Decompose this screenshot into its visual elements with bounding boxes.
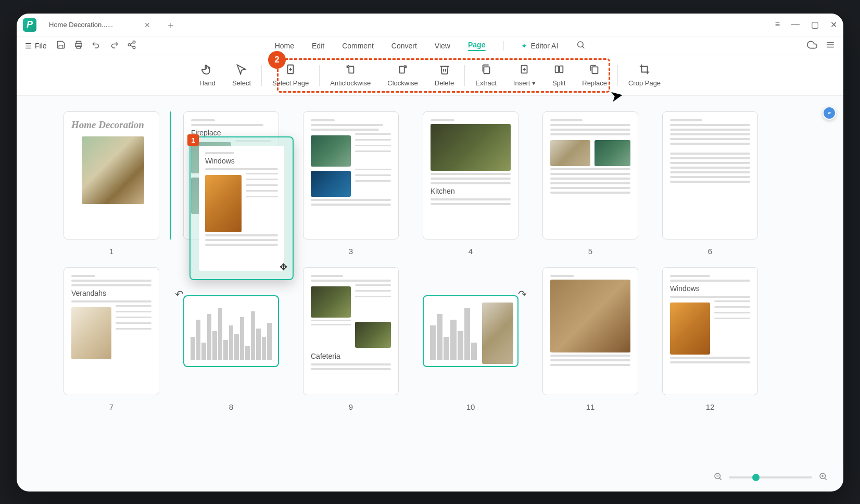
editor-ai-button[interactable]: ✦ Editor AI	[521, 42, 558, 50]
delete-tool[interactable]: Delete	[426, 60, 463, 91]
page-thumbnail[interactable]: Windows	[662, 267, 758, 395]
page-number: 3	[349, 247, 353, 256]
svg-rect-15	[399, 67, 404, 73]
page-thumbnail[interactable]	[662, 111, 758, 240]
toolbar-separator	[617, 65, 618, 86]
thumbnails-grid: Home Decoration 1 Fireplace	[64, 111, 796, 411]
tab-close-icon[interactable]: ✕	[144, 21, 150, 29]
page-item-9[interactable]: Cafeteria 9	[303, 267, 399, 411]
page-thumbnail[interactable]: Kitchen	[423, 111, 518, 240]
tab-view[interactable]: View	[435, 42, 450, 50]
page-number: 6	[708, 247, 712, 256]
page-thumbnail[interactable]: Home Decoration	[64, 111, 159, 240]
zoom-slider[interactable]	[729, 476, 812, 478]
page-number: 9	[349, 402, 353, 411]
crop-page-tool[interactable]: Crop Page	[620, 60, 669, 91]
save-icon[interactable]	[56, 40, 66, 52]
settings-lines-icon[interactable]	[826, 40, 835, 52]
rotate-indicator-icon: ↷	[518, 288, 527, 300]
menu-separator	[503, 41, 503, 51]
tab-page[interactable]: Page	[468, 41, 485, 51]
page-number: 5	[588, 247, 592, 256]
callout-badge-2: 2	[268, 51, 286, 69]
cloud-icon[interactable]	[807, 40, 817, 52]
page-heading: Fireplace	[191, 129, 271, 137]
select-tool[interactable]: Select	[224, 60, 259, 91]
svg-rect-16	[484, 67, 489, 73]
page-item-10[interactable]: ↷ 10	[423, 267, 518, 411]
thumbnail-image	[82, 136, 144, 204]
minimize-icon[interactable]: ―	[791, 20, 800, 30]
page-thumbnail[interactable]: Cafeteria	[303, 267, 399, 395]
floating-help-badge[interactable]: w	[823, 106, 836, 120]
window-controls: ≡ ― ▢ ✕	[775, 20, 837, 30]
document-tab[interactable]: Home Decoration...... ✕	[42, 16, 158, 34]
svg-text:w: w	[827, 111, 831, 115]
thumbnail-image	[431, 124, 511, 171]
page-number: 11	[586, 402, 595, 411]
thumbnail-image	[670, 303, 710, 355]
page-thumbnail-rotated[interactable]	[183, 295, 279, 367]
print-icon[interactable]	[74, 40, 83, 52]
page-number: 12	[706, 402, 715, 411]
insert-tool[interactable]: Insert ▾	[505, 60, 544, 91]
thumbnail-image	[71, 307, 111, 359]
zoom-out-icon[interactable]	[713, 472, 723, 483]
chart-content	[428, 300, 479, 362]
page-title-text: Home Decoration	[71, 119, 151, 131]
zoom-in-icon[interactable]	[818, 472, 828, 483]
zoom-slider-thumb[interactable]	[752, 474, 760, 481]
redo-icon[interactable]	[109, 40, 119, 52]
thumbnail-image	[550, 140, 590, 166]
share-icon[interactable]	[127, 40, 136, 52]
tab-convert[interactable]: Convert	[391, 42, 417, 50]
tab-edit[interactable]: Edit	[312, 42, 324, 50]
dragging-page-ghost[interactable]: 1 Windows ✥	[189, 136, 294, 280]
page-heading: Verandahs	[71, 289, 151, 297]
rotate-anticlockwise-tool[interactable]: Anticlockwise	[322, 60, 379, 91]
page-item-8[interactable]: ↶ 8	[183, 267, 279, 411]
toolbar-separator	[319, 65, 320, 86]
file-label: File	[35, 42, 47, 50]
page-thumbnail[interactable]: Verandahs	[64, 267, 159, 395]
extract-tool[interactable]: Extract	[467, 60, 504, 91]
close-window-icon[interactable]: ✕	[830, 20, 837, 30]
page-thumbnail-rotated[interactable]	[423, 295, 518, 367]
page-thumbnail[interactable]	[303, 111, 399, 240]
page-item-7[interactable]: Verandahs 7	[64, 267, 159, 411]
hamburger-menu-icon[interactable]: ≡	[775, 20, 780, 30]
svg-point-3	[133, 41, 135, 43]
thumbnail-image	[311, 171, 351, 197]
page-thumbnail[interactable]	[542, 111, 638, 240]
app-window: P Home Decoration...... ✕ ＋ ≡ ― ▢ ✕ ☰ Fi…	[17, 14, 843, 492]
undo-icon[interactable]	[92, 40, 101, 52]
svg-rect-19	[560, 66, 563, 73]
page-item-6[interactable]: 6	[662, 111, 758, 256]
page-thumbnails-area[interactable]: Home Decoration 1 Fireplace	[17, 96, 843, 492]
tab-home[interactable]: Home	[275, 42, 294, 50]
page-number: 8	[229, 402, 233, 411]
replace-tool[interactable]: Replace	[574, 60, 615, 91]
file-menu-button[interactable]: ☰ File	[25, 42, 47, 50]
quick-access-toolbar	[56, 40, 136, 52]
svg-line-9	[582, 46, 584, 48]
page-item-11[interactable]: 11	[542, 267, 638, 411]
split-tool[interactable]: Split	[544, 60, 574, 91]
tab-comment[interactable]: Comment	[342, 42, 374, 50]
hand-tool[interactable]: Hand	[191, 60, 224, 91]
page-thumbnail[interactable]	[542, 267, 638, 395]
rotate-clockwise-tool[interactable]: Clockwise	[379, 60, 426, 91]
page-item-1[interactable]: Home Decoration 1	[64, 111, 159, 256]
thumbnail-image	[355, 322, 391, 348]
titlebar: P Home Decoration...... ✕ ＋ ≡ ― ▢ ✕	[17, 14, 843, 36]
svg-rect-20	[592, 67, 598, 73]
page-item-5[interactable]: 5	[542, 111, 638, 256]
page-item-12[interactable]: Windows 12	[662, 267, 758, 411]
svg-line-29	[825, 478, 827, 480]
new-tab-icon[interactable]: ＋	[166, 19, 175, 31]
maximize-icon[interactable]: ▢	[811, 20, 819, 30]
page-item-4[interactable]: Kitchen 4	[423, 111, 518, 256]
page-item-3[interactable]: 3	[303, 111, 399, 256]
chart-content	[188, 300, 274, 362]
search-icon[interactable]	[576, 40, 585, 52]
